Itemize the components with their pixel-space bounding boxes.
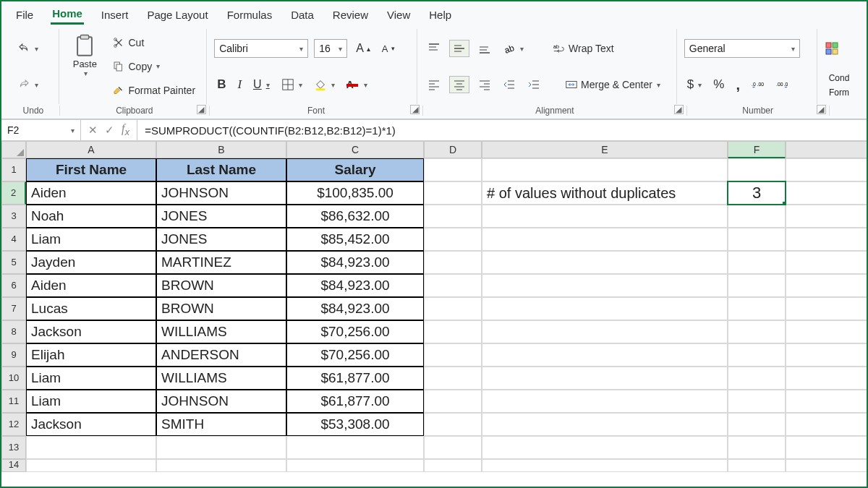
- decrease-font-button[interactable]: A▾: [379, 42, 398, 56]
- wrap-text-button[interactable]: abWrap Text: [550, 40, 617, 56]
- row-header[interactable]: 14: [1, 459, 26, 472]
- cell[interactable]: [786, 343, 868, 367]
- cell[interactable]: WILLIAMS: [156, 367, 286, 390]
- cell-d2[interactable]: [424, 181, 482, 205]
- cell[interactable]: [424, 413, 482, 436]
- cut-button[interactable]: Cut: [109, 35, 198, 51]
- font-name-select[interactable]: Calibri▾: [214, 39, 308, 58]
- cell[interactable]: [786, 251, 868, 274]
- cell[interactable]: [482, 436, 728, 459]
- increase-font-button[interactable]: A▴: [353, 40, 373, 56]
- cell[interactable]: [786, 390, 868, 413]
- italic-button[interactable]: I: [234, 76, 244, 93]
- conditional-formatting-icon[interactable]: [825, 41, 839, 56]
- cell[interactable]: BROWN: [156, 297, 286, 320]
- cell[interactable]: [482, 367, 728, 390]
- cell[interactable]: BROWN: [156, 274, 286, 297]
- col-header-c[interactable]: C: [286, 141, 424, 158]
- cell[interactable]: [786, 205, 868, 228]
- row-header[interactable]: 3: [1, 205, 26, 228]
- cell[interactable]: WILLIAMS: [156, 320, 286, 343]
- col-header-e[interactable]: E: [482, 141, 728, 158]
- tab-formulas[interactable]: Formulas: [226, 6, 274, 24]
- cell[interactable]: [424, 274, 482, 297]
- cell[interactable]: [482, 413, 728, 436]
- cell[interactable]: [156, 436, 286, 459]
- cell[interactable]: [786, 297, 868, 320]
- cell[interactable]: [424, 343, 482, 367]
- cell[interactable]: [786, 459, 868, 472]
- tab-file[interactable]: File: [14, 6, 35, 24]
- cell-c1[interactable]: Salary: [286, 158, 424, 181]
- cell[interactable]: [728, 436, 786, 459]
- cell-g1[interactable]: [786, 158, 868, 181]
- cell[interactable]: Lucas: [26, 297, 156, 320]
- col-header-d[interactable]: D: [424, 141, 482, 158]
- cell-a1[interactable]: First Name: [26, 158, 156, 181]
- cell[interactable]: [728, 228, 786, 251]
- cell[interactable]: MARTINEZ: [156, 251, 286, 274]
- cell[interactable]: $84,923.00: [286, 297, 424, 320]
- insert-function-button[interactable]: fx: [122, 122, 129, 137]
- borders-button[interactable]: [278, 77, 305, 93]
- cell[interactable]: JONES: [156, 228, 286, 251]
- col-header-b[interactable]: B: [156, 141, 286, 158]
- row-header[interactable]: 7: [1, 297, 26, 320]
- bold-button[interactable]: B: [214, 76, 229, 93]
- cell[interactable]: [786, 320, 868, 343]
- cell[interactable]: [786, 436, 868, 459]
- tab-page-layout[interactable]: Page Layout: [145, 6, 209, 24]
- row-header[interactable]: 9: [1, 343, 26, 367]
- increase-decimal-button[interactable]: .0.00: [749, 77, 767, 93]
- cell[interactable]: [286, 436, 424, 459]
- cell[interactable]: [728, 390, 786, 413]
- row-header[interactable]: 5: [1, 251, 26, 274]
- row-header[interactable]: 12: [1, 413, 26, 436]
- accounting-format-button[interactable]: $: [684, 76, 705, 93]
- cell[interactable]: [424, 228, 482, 251]
- underline-button[interactable]: U: [250, 77, 273, 93]
- enter-formula-button[interactable]: ✓: [105, 124, 114, 137]
- cell[interactable]: [482, 320, 728, 343]
- cell-b2[interactable]: JOHNSON: [156, 181, 286, 205]
- cell[interactable]: [728, 205, 786, 228]
- cell[interactable]: Noah: [26, 205, 156, 228]
- cell[interactable]: $86,632.00: [286, 205, 424, 228]
- number-launcher[interactable]: ◢: [817, 105, 826, 114]
- align-left-button[interactable]: [425, 77, 443, 93]
- align-middle-button[interactable]: [449, 40, 469, 57]
- cell[interactable]: JOHNSON: [156, 390, 286, 413]
- formula-input[interactable]: =SUMPRODUCT((COUNTIF(B2:B12,B2:B12)=1)*1…: [137, 124, 867, 137]
- tab-review[interactable]: Review: [331, 6, 370, 24]
- cell[interactable]: [424, 297, 482, 320]
- decrease-indent-button[interactable]: [500, 77, 519, 93]
- format-painter-button[interactable]: Format Painter: [109, 82, 198, 98]
- cell-a2[interactable]: Aiden: [26, 181, 156, 205]
- tab-insert[interactable]: Insert: [100, 6, 130, 24]
- fill-color-button[interactable]: [311, 77, 338, 93]
- decrease-decimal-button[interactable]: .00.0: [773, 77, 792, 93]
- row-header[interactable]: 6: [1, 274, 26, 297]
- col-header-f[interactable]: F: [728, 141, 786, 158]
- cell[interactable]: JONES: [156, 205, 286, 228]
- cell[interactable]: $85,452.00: [286, 228, 424, 251]
- clipboard-launcher[interactable]: ◢: [197, 105, 206, 114]
- cell[interactable]: [786, 228, 868, 251]
- cell[interactable]: [786, 367, 868, 390]
- cell[interactable]: $53,308.00: [286, 413, 424, 436]
- font-color-button[interactable]: A: [344, 71, 370, 98]
- cell[interactable]: [424, 459, 482, 472]
- cell[interactable]: Liam: [26, 390, 156, 413]
- cell[interactable]: [424, 205, 482, 228]
- row-header[interactable]: 10: [1, 367, 26, 390]
- tab-data[interactable]: Data: [289, 6, 315, 24]
- comma-format-button[interactable]: ,: [733, 75, 743, 95]
- cell[interactable]: [728, 320, 786, 343]
- align-right-button[interactable]: [475, 77, 494, 93]
- cell-b1[interactable]: Last Name: [156, 158, 286, 181]
- font-launcher[interactable]: ◢: [410, 105, 420, 114]
- name-box[interactable]: F2▾: [1, 120, 81, 140]
- cell[interactable]: [728, 297, 786, 320]
- col-header-a[interactable]: A: [26, 141, 156, 158]
- row-header[interactable]: 2: [1, 181, 26, 205]
